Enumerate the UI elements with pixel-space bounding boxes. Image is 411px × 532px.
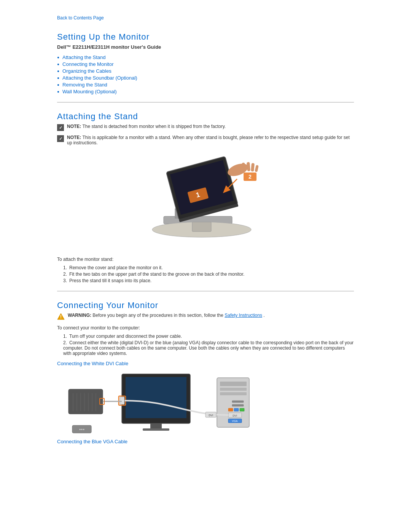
page-subtitle: Dell™ E2211H/E2311H monitor User's Guide — [57, 44, 354, 50]
note-1-text: NOTE: The stand is detached from monitor… — [67, 124, 226, 129]
svg-rect-28 — [232, 401, 244, 403]
svg-text:2: 2 — [249, 174, 252, 180]
note-2-text: NOTE: This is applicable for a monitor w… — [67, 135, 354, 145]
svg-text:!: ! — [60, 314, 62, 320]
warning-box: ! WARNING: Before you begin any of the p… — [57, 313, 354, 321]
toc-item-4[interactable]: Attaching the Soundbar (Optional) — [57, 75, 354, 81]
svg-text:DVI: DVI — [233, 414, 237, 417]
attach-step-2: Fit the two tabs on the upper part of th… — [63, 272, 354, 277]
attach-steps: Remove the cover and place the monitor o… — [63, 265, 354, 283]
note-2-label: NOTE: — [67, 135, 81, 140]
toc-item-2[interactable]: Connecting the Monitor — [57, 61, 354, 67]
svg-rect-30 — [228, 408, 233, 411]
connect-intro: To connect your monitor to the computer: — [57, 325, 354, 331]
stand-illustration: 1 2 — [141, 152, 270, 251]
warning-text: WARNING: Before you begin any of the pro… — [68, 313, 265, 318]
svg-rect-25 — [220, 382, 247, 386]
warning-period: . — [263, 313, 264, 318]
attach-intro: To attach the monitor stand: — [57, 257, 354, 262]
toc-link-removing[interactable]: Removing the Stand — [62, 82, 107, 88]
toc-link-attaching[interactable]: Attaching the Stand — [62, 54, 105, 60]
connecting-monitor-title: Connecting Your Monitor — [57, 300, 354, 310]
note-2: ✓ NOTE: This is applicable for a monitor… — [57, 135, 354, 145]
svg-rect-39 — [150, 423, 162, 429]
svg-rect-14 — [255, 165, 259, 172]
attach-step-3: Press the stand till it snaps into its p… — [63, 278, 354, 283]
page-title: Setting Up the Monitor — [57, 32, 354, 42]
connecting-monitor-section: Connecting Your Monitor ! WARNING: Befor… — [57, 300, 354, 444]
toc-link-connecting[interactable]: Connecting the Monitor — [62, 61, 113, 67]
divider-2 — [57, 291, 354, 291]
svg-rect-40 — [143, 428, 169, 431]
toc-item-3[interactable]: Organizing the Cables — [57, 68, 354, 74]
page-title-section: Setting Up the Monitor Dell™ E2211H/E231… — [57, 32, 354, 50]
connect-step-1: Turn off your computer and disconnect th… — [63, 334, 354, 339]
svg-rect-12 — [247, 162, 250, 171]
svg-text:✓: ✓ — [59, 136, 62, 141]
svg-rect-26 — [220, 388, 247, 391]
svg-rect-41 — [120, 397, 124, 404]
svg-text:VGA: VGA — [232, 420, 238, 422]
connect-step-2: Connect either the white (digital DVI-D)… — [63, 340, 354, 356]
vga-cable-link[interactable]: Connecting the Blue VGA Cable — [57, 439, 354, 444]
divider-1 — [57, 102, 354, 102]
safety-instructions-link[interactable]: Safety Instructions — [225, 313, 262, 318]
back-to-contents-link[interactable]: Back to Contents Page — [57, 15, 354, 21]
toc-item-1[interactable]: Attaching the Stand — [57, 54, 354, 60]
svg-rect-45 — [68, 389, 103, 414]
svg-rect-20 — [192, 222, 211, 232]
warning-icon: ! — [57, 313, 65, 321]
note-icon-2: ✓ — [57, 135, 64, 142]
svg-text:DVI: DVI — [209, 414, 213, 417]
toc-link-wallmount[interactable]: Wall Mounting (Optional) — [62, 89, 117, 94]
svg-text:✓: ✓ — [59, 125, 62, 130]
svg-rect-27 — [220, 392, 247, 395]
note-1: ✓ NOTE: The stand is detached from monit… — [57, 124, 354, 131]
warning-label: WARNING: — [68, 313, 91, 318]
svg-rect-38 — [126, 377, 186, 418]
toc-link-organizing[interactable]: Organizing the Cables — [62, 68, 112, 74]
dvi-connection-diagram: DVI VGA DVI — [57, 370, 255, 435]
note-1-label: NOTE: — [67, 124, 81, 129]
svg-rect-31 — [234, 408, 239, 411]
toc-list: Attaching the Stand Connecting the Monit… — [57, 54, 354, 94]
toc-item-6[interactable]: Wall Mounting (Optional) — [57, 89, 354, 94]
attaching-stand-title: Attaching the Stand — [57, 112, 354, 121]
attach-step-1: Remove the cover and place the monitor o… — [63, 265, 354, 270]
dvi-cable-link[interactable]: Connecting the White DVI Cable — [57, 361, 354, 366]
svg-text:●●●: ●●● — [79, 428, 85, 431]
connect-steps: Turn off your computer and disconnect th… — [63, 334, 354, 356]
svg-rect-32 — [240, 408, 244, 411]
toc-link-soundbar[interactable]: Attaching the Soundbar (Optional) — [62, 75, 137, 81]
svg-rect-13 — [251, 163, 255, 172]
note-2-content: This is applicable for a monitor with a … — [67, 135, 350, 145]
note-icon-1: ✓ — [57, 124, 64, 131]
warning-body: Before you begin any of the procedures i… — [92, 313, 225, 318]
attaching-stand-section: Attaching the Stand ✓ NOTE: The stand is… — [57, 112, 354, 283]
toc-item-5[interactable]: Removing the Stand — [57, 82, 354, 88]
note-1-content: The stand is detached from monitor when … — [82, 124, 226, 129]
svg-rect-29 — [232, 404, 244, 406]
